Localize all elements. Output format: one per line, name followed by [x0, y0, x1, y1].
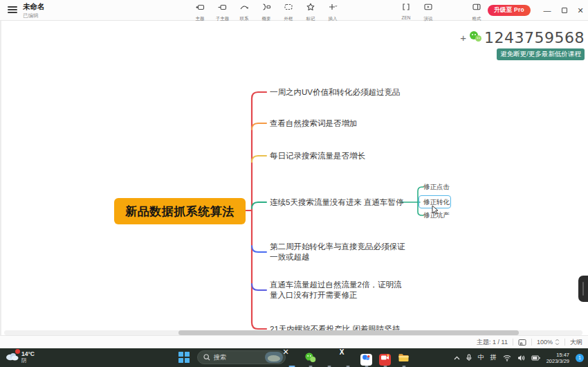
- promo-phone-number: 1243759568: [484, 29, 585, 46]
- outline-toggle[interactable]: 大纲: [570, 338, 582, 347]
- tool-label: 外框: [284, 15, 293, 21]
- marker-star-icon: [306, 2, 315, 15]
- toolbar-group-structure: 主题 子主题 联系 概要 外框 标记: [191, 2, 342, 22]
- titlebar: 未命名 已编辑 主题 子主题 联系 概要 外框: [0, 0, 588, 21]
- wechat-contact-icon: [468, 30, 482, 46]
- maximize-button[interactable]: [557, 0, 572, 21]
- tool-boundary[interactable]: 外框: [279, 2, 297, 22]
- boundary-icon: [284, 2, 293, 15]
- tool-zen[interactable]: ZEN: [397, 2, 415, 22]
- topic-count: 主题: 1 / 11: [477, 338, 508, 347]
- ime-language-indicator[interactable]: 中: [478, 353, 484, 362]
- tool-label: 演说: [424, 15, 433, 21]
- tool-label: 格式: [472, 15, 481, 21]
- presentation-play-icon: [423, 2, 433, 15]
- taskbar-search[interactable]: 搜索: [197, 350, 286, 364]
- windows-taskbar: 14°C 阴 搜索: [0, 348, 588, 367]
- child-node-3[interactable]: 修正坑产: [423, 211, 450, 220]
- weather-temp: 14°C: [21, 350, 35, 357]
- minimize-button[interactable]: —: [540, 0, 555, 21]
- divider: [564, 339, 565, 346]
- minimap-toggle[interactable]: [518, 339, 526, 346]
- root-topic-node[interactable]: 新品数据抓系统算法: [114, 198, 246, 224]
- battery-icon[interactable]: [531, 355, 540, 361]
- tool-label: 联系: [240, 15, 249, 21]
- close-button[interactable]: ✕: [573, 0, 588, 21]
- divider: [513, 339, 513, 346]
- subtopic-icon: [217, 2, 227, 15]
- taskbar-clock[interactable]: 15:47 2023/3/29: [546, 352, 569, 364]
- tool-insert[interactable]: 插入: [324, 2, 342, 22]
- branch-node-1[interactable]: 一周之内UV价值和转化必须超过竞品: [270, 87, 400, 98]
- tool-marker[interactable]: 标记: [302, 2, 320, 22]
- outline-label: 大纲: [570, 338, 582, 347]
- notification-count-badge[interactable]: 1: [576, 354, 584, 362]
- horizontal-scrollbar: [4, 330, 582, 335]
- child-node-2-selected[interactable]: 修正转化: [423, 198, 450, 207]
- zoom-level: 100%: [537, 339, 553, 346]
- upgrade-pro-button[interactable]: 升级至 Pro: [488, 5, 531, 16]
- zoom-stepper-icon[interactable]: [555, 339, 560, 346]
- speaker-icon[interactable]: [517, 355, 525, 361]
- side-panel-handle[interactable]: [578, 276, 588, 302]
- branch-node-3[interactable]: 每日记录搜索流量是否增长: [270, 151, 365, 161]
- taskbar-wechat-icon[interactable]: [304, 352, 316, 364]
- taskbar-recorder-icon[interactable]: [379, 352, 391, 364]
- document-status: 已编辑: [23, 12, 45, 19]
- tray-expand-icon[interactable]: [454, 356, 460, 360]
- weather-cloud-icon: [6, 351, 19, 364]
- divider: [531, 339, 532, 346]
- branch-node-4[interactable]: 连续5天搜索流量没有进来 直通车暂停: [270, 197, 404, 208]
- tool-format[interactable]: 格式: [468, 2, 486, 22]
- tool-subtopic[interactable]: 子主题: [213, 2, 231, 22]
- branch-node-6[interactable]: 直通车流量超过自然流量2倍，证明流量入口没有打开需要修正: [270, 280, 405, 301]
- tool-label: 标记: [306, 15, 315, 21]
- taskbar-baidu-netdisk-icon[interactable]: [360, 352, 372, 364]
- taskbar-file-explorer-icon[interactable]: [398, 352, 410, 364]
- branch-node-2[interactable]: 查看自然搜索词是否增加: [270, 118, 358, 129]
- taskbar-edge-icon[interactable]: [323, 352, 335, 364]
- taskbar-xmind-icon[interactable]: [286, 352, 297, 364]
- format-panel-icon: [472, 2, 481, 15]
- tool-label: 主题: [196, 15, 205, 21]
- zen-brackets-icon: [401, 2, 411, 15]
- child-node-1[interactable]: 修正点击: [423, 183, 450, 192]
- weather-text: 14°C 阴: [21, 350, 35, 364]
- xmind-window: 未命名 已编辑 主题 子主题 联系 概要 外框: [0, 0, 588, 367]
- tool-pitch[interactable]: 演说: [419, 2, 437, 22]
- clock-time: 15:47: [546, 352, 569, 358]
- search-icon: [203, 354, 210, 361]
- taskbar-excel-icon[interactable]: [342, 352, 353, 364]
- tool-label: 概要: [262, 15, 271, 21]
- search-placeholder: 搜索: [214, 353, 261, 362]
- statusbar: 主题: 1 / 11 100% 大纲: [0, 335, 588, 348]
- document-title: 未命名: [23, 2, 45, 12]
- horizontal-scrollbar-thumb[interactable]: [178, 330, 519, 335]
- tool-topic[interactable]: 主题: [191, 2, 209, 22]
- zoom-control[interactable]: 100%: [537, 339, 560, 346]
- summary-icon: [261, 2, 271, 15]
- branch-node-5[interactable]: 第二周开始转化率与直接竞品必须保证一致或超越: [270, 242, 405, 262]
- tool-label: ZEN: [402, 15, 411, 19]
- system-tray: 中 拼 15:47 2023/3/29 1: [454, 348, 588, 367]
- relationship-icon: [239, 2, 249, 15]
- tool-summary[interactable]: 概要: [257, 2, 275, 22]
- weather-widget[interactable]: 14°C 阴: [6, 350, 35, 364]
- promo-badge: 避免断更/更多最新低价课程: [497, 48, 585, 60]
- clock-date: 2023/3/29: [546, 358, 569, 364]
- ime-mode-indicator[interactable]: 拼: [490, 353, 497, 362]
- microphone-icon[interactable]: [466, 354, 472, 361]
- tool-relationship[interactable]: 联系: [235, 2, 253, 22]
- tool-label: 子主题: [215, 15, 228, 21]
- menu-icon[interactable]: [8, 6, 17, 14]
- promo-contact: + 1243759568 避免断更/更多最新低价课程: [477, 29, 585, 60]
- weather-condition: 阴: [21, 357, 35, 364]
- document-title-block: 未命名 已编辑: [23, 2, 45, 19]
- insert-plus-icon: [328, 2, 338, 15]
- topic-icon: [195, 2, 205, 15]
- start-button[interactable]: [178, 352, 190, 364]
- toolbar-group-view: ZEN 演说: [397, 2, 437, 22]
- search-highlight-image[interactable]: [265, 352, 283, 363]
- taskbar-apps: [286, 352, 410, 364]
- wifi-icon[interactable]: [503, 355, 511, 361]
